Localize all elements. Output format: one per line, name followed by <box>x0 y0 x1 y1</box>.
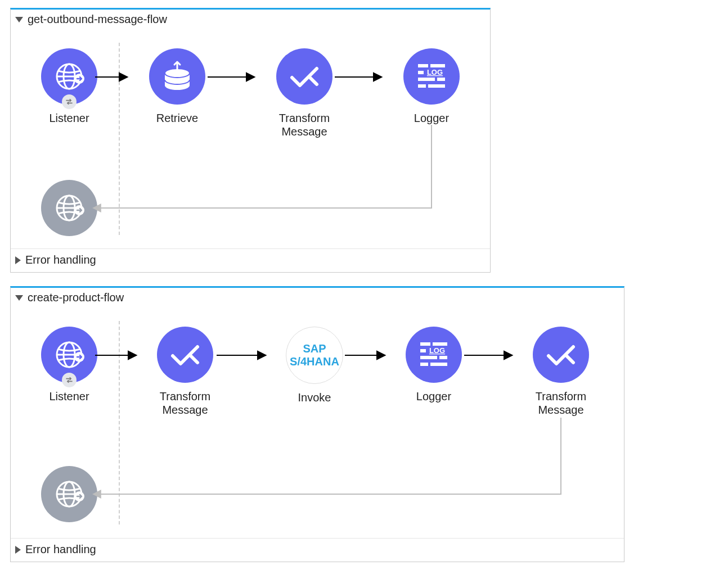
connector-arrow <box>95 74 129 80</box>
connector-arrow <box>345 352 387 358</box>
node-logger[interactable]: Logger <box>389 327 479 403</box>
http-listener-icon <box>41 48 97 105</box>
flow-create-product[interactable]: create-product-flow Listener Transform M… <box>10 286 624 562</box>
expand-icon[interactable] <box>15 17 23 22</box>
connector-arrow <box>335 74 383 80</box>
node-label: Logger <box>389 390 479 403</box>
transform-message-icon <box>533 327 589 383</box>
node-transform-1[interactable]: Transform Message <box>140 327 230 417</box>
expand-icon[interactable] <box>15 546 21 554</box>
node-transform-2[interactable]: Transform Message <box>516 327 606 417</box>
flow-canvas[interactable]: Listener Transform Message SAP S/4HANA I… <box>11 307 624 538</box>
node-label: Listener <box>24 390 114 403</box>
sap-icon-line1: SAP <box>290 342 339 355</box>
http-response-icon <box>41 466 97 522</box>
return-connector <box>89 418 568 502</box>
error-handling-section[interactable]: Error handling <box>11 248 490 272</box>
node-label: Transform Message <box>140 390 230 417</box>
node-label: Listener <box>24 111 114 125</box>
sap-icon-line2: S/4HANA <box>290 355 339 368</box>
node-label: Retrieve <box>132 111 222 125</box>
transform-message-icon <box>157 327 213 383</box>
sap-s4hana-icon: SAP S/4HANA <box>286 327 343 384</box>
flow-title: create-product-flow <box>28 291 124 304</box>
node-invoke[interactable]: SAP S/4HANA Invoke <box>269 327 359 404</box>
expand-icon[interactable] <box>15 256 21 264</box>
logger-icon <box>403 48 460 105</box>
node-retrieve[interactable]: Retrieve <box>132 48 222 125</box>
flow-title-row[interactable]: create-product-flow <box>11 288 624 307</box>
flow-get-outbound-message[interactable]: get-outbound-message-flow Listener Retri… <box>10 8 491 273</box>
http-listener-icon <box>41 327 97 383</box>
node-listener[interactable]: Listener <box>24 48 114 125</box>
error-handling-section[interactable]: Error handling <box>11 538 624 562</box>
connector-arrow <box>95 352 138 358</box>
flow-title-row[interactable]: get-outbound-message-flow <box>11 10 490 29</box>
node-label: Invoke <box>269 391 359 404</box>
flow-canvas[interactable]: Listener Retrieve Transform Message Logg… <box>11 29 490 248</box>
http-response-icon <box>41 180 97 236</box>
error-handling-label: Error handling <box>25 254 96 266</box>
node-logger[interactable]: Logger <box>387 48 477 125</box>
connector-arrow <box>217 352 267 358</box>
return-connector <box>89 125 438 215</box>
node-listener[interactable]: Listener <box>24 327 114 403</box>
node-label: Transform Message <box>516 390 606 417</box>
connector-arrow <box>208 74 256 80</box>
flow-title: get-outbound-message-flow <box>28 13 167 26</box>
logger-icon <box>406 327 462 383</box>
node-label: Logger <box>387 111 477 125</box>
expand-icon[interactable] <box>15 295 23 301</box>
exchange-badge-icon <box>62 373 77 387</box>
transform-message-icon <box>276 48 332 105</box>
exchange-badge-icon <box>62 94 77 109</box>
objectstore-retrieve-icon <box>149 48 205 105</box>
connector-arrow <box>464 352 514 358</box>
error-handling-label: Error handling <box>25 543 96 556</box>
